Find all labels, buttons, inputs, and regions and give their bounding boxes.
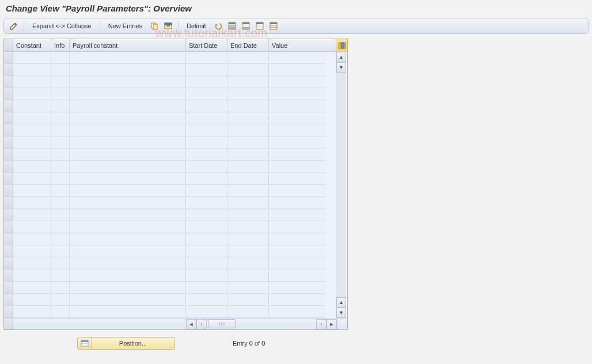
scroll-down-bottom-button[interactable]: ▼	[336, 308, 346, 318]
cell-constant[interactable]	[13, 173, 51, 185]
scroll-track[interactable]	[336, 73, 346, 297]
delimit-button[interactable]: Delimit	[182, 21, 211, 31]
cell-value[interactable]	[269, 52, 325, 64]
cell-end-date[interactable]	[227, 112, 269, 124]
cell-end-date[interactable]	[227, 64, 269, 76]
cell-payroll-constant[interactable]	[70, 124, 186, 136]
cell-value[interactable]	[269, 149, 325, 161]
row-selector[interactable]	[4, 100, 13, 112]
cell-start-date[interactable]	[186, 136, 227, 149]
cell-end-date[interactable]	[227, 173, 269, 185]
cell-start-date[interactable]	[186, 64, 227, 76]
cell-start-date[interactable]	[186, 124, 227, 136]
cell-info[interactable]	[51, 136, 70, 149]
cell-end-date[interactable]	[227, 209, 269, 221]
cell-payroll-constant[interactable]	[70, 112, 186, 124]
cell-payroll-constant[interactable]	[70, 100, 186, 112]
column-header-value[interactable]: Value	[269, 39, 325, 51]
cell-payroll-constant[interactable]	[70, 185, 186, 197]
cell-payroll-constant[interactable]	[70, 76, 186, 88]
cell-constant[interactable]	[13, 161, 51, 173]
cell-start-date[interactable]	[186, 257, 227, 270]
cell-info[interactable]	[51, 52, 70, 64]
cell-end-date[interactable]	[227, 52, 269, 64]
scroll-down-button[interactable]: ▼	[336, 62, 346, 73]
cell-end-date[interactable]	[227, 149, 269, 161]
cell-value[interactable]	[269, 112, 325, 124]
cell-value[interactable]	[269, 185, 325, 197]
cell-value[interactable]	[269, 282, 325, 294]
cell-payroll-constant[interactable]	[70, 64, 186, 76]
cell-info[interactable]	[51, 124, 70, 136]
cell-start-date[interactable]	[186, 149, 227, 161]
cell-payroll-constant[interactable]	[70, 209, 186, 221]
cell-constant[interactable]	[13, 64, 51, 76]
cell-info[interactable]	[51, 257, 70, 270]
cell-info[interactable]	[51, 185, 70, 197]
cell-start-date[interactable]	[186, 245, 227, 257]
row-selector[interactable]	[4, 161, 13, 173]
row-selector[interactable]	[4, 173, 13, 185]
cell-constant[interactable]	[13, 209, 51, 221]
cell-constant[interactable]	[13, 100, 51, 112]
cell-value[interactable]	[269, 270, 325, 282]
row-selector[interactable]	[4, 64, 13, 76]
cell-constant[interactable]	[13, 76, 51, 88]
cell-info[interactable]	[51, 306, 70, 318]
undo-change-button[interactable]	[212, 20, 225, 32]
scroll-up-bottom-button[interactable]: ▲	[336, 297, 346, 308]
row-selector[interactable]	[4, 136, 13, 149]
row-selector[interactable]	[4, 52, 13, 64]
copy-as-button[interactable]	[148, 20, 161, 32]
expand-collapse-button[interactable]: Expand <-> Collapse	[28, 21, 96, 31]
row-selector[interactable]	[4, 233, 13, 245]
cell-value[interactable]	[269, 197, 325, 209]
cell-value[interactable]	[269, 76, 325, 88]
row-selector[interactable]	[4, 294, 13, 306]
cell-constant[interactable]	[13, 112, 51, 124]
cell-end-date[interactable]	[227, 270, 269, 282]
cell-start-date[interactable]	[186, 221, 227, 233]
row-selector[interactable]	[4, 209, 13, 221]
column-header-constant[interactable]: Constant	[13, 39, 51, 51]
cell-payroll-constant[interactable]	[70, 233, 186, 245]
cell-end-date[interactable]	[227, 257, 269, 270]
cell-start-date[interactable]	[186, 161, 227, 173]
cell-start-date[interactable]	[186, 173, 227, 185]
cell-value[interactable]	[269, 245, 325, 257]
cell-info[interactable]	[51, 76, 70, 88]
select-block-button[interactable]	[240, 20, 252, 32]
cell-info[interactable]	[51, 282, 70, 294]
cell-constant[interactable]	[13, 185, 51, 197]
row-selector-header[interactable]	[4, 39, 13, 51]
cell-payroll-constant[interactable]	[70, 149, 186, 161]
cell-payroll-constant[interactable]	[70, 306, 186, 318]
cell-info[interactable]	[51, 294, 70, 306]
cell-info[interactable]	[51, 270, 70, 282]
cell-constant[interactable]	[13, 233, 51, 245]
hscroll-right-button[interactable]: ›	[316, 319, 327, 329]
cell-value[interactable]	[269, 161, 325, 173]
cell-start-date[interactable]	[186, 270, 227, 282]
cell-payroll-constant[interactable]	[70, 282, 186, 294]
cell-payroll-constant[interactable]	[70, 52, 186, 64]
cell-constant[interactable]	[13, 149, 51, 161]
cell-end-date[interactable]	[227, 282, 269, 294]
cell-value[interactable]	[269, 136, 325, 149]
row-selector[interactable]	[4, 282, 13, 294]
column-header-start-date[interactable]: Start Date	[186, 39, 227, 51]
cell-start-date[interactable]	[186, 112, 227, 124]
cell-start-date[interactable]	[186, 209, 227, 221]
table-settings-button[interactable]	[267, 20, 280, 32]
configure-columns-button[interactable]	[336, 39, 347, 52]
cell-constant[interactable]	[13, 124, 51, 136]
row-selector[interactable]	[4, 221, 13, 233]
cell-info[interactable]	[51, 64, 70, 76]
cell-value[interactable]	[269, 294, 325, 306]
cell-end-date[interactable]	[227, 76, 269, 88]
cell-value[interactable]	[269, 306, 325, 318]
cell-info[interactable]	[51, 233, 70, 245]
cell-end-date[interactable]	[227, 245, 269, 257]
deselect-all-button[interactable]	[253, 20, 266, 32]
cell-start-date[interactable]	[186, 306, 227, 318]
